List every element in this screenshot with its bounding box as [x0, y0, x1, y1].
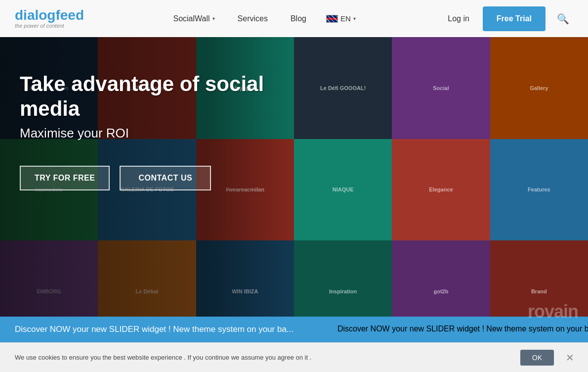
mosaic-cell: Le Défi GOOOAL! — [294, 37, 392, 139]
mosaic-cell: Social — [392, 37, 490, 139]
hero-buttons: TRY FOR FREE CONTACT US — [20, 166, 282, 190]
announcement-text: Discover NOW your new SLIDER widget ! Ne… — [0, 325, 294, 334]
hero-section: #weareacmilan #LaTuaTailoring Voyageur L… — [0, 0, 588, 372]
nav-links: SocialWall ▾ Services Blog EN ▾ — [164, 9, 361, 28]
cookie-ok-button[interactable]: OK — [520, 350, 554, 366]
try-free-button[interactable]: TRY FOR FREE — [20, 166, 110, 190]
logo-prefix: dialog — [15, 7, 55, 23]
cookie-bar: We use cookies to ensure you the best we… — [0, 342, 588, 372]
free-trial-button[interactable]: Free Trial — [483, 6, 546, 31]
nav-blog[interactable]: Blog — [282, 9, 315, 28]
partner-logos: rovain — [440, 282, 588, 341]
nav-right: Log in Free Trial 🔍 — [442, 6, 573, 31]
logo-suffix: feed — [55, 7, 84, 23]
search-icon[interactable]: 🔍 — [553, 9, 573, 29]
navbar: dialogfeed the power of content SocialWa… — [0, 0, 588, 37]
contact-us-button[interactable]: CONTACT US — [120, 166, 211, 190]
hero-title: Take advantage of social media — [20, 72, 282, 122]
socialwall-chevron-icon: ▾ — [212, 16, 215, 21]
nav-services[interactable]: Services — [229, 9, 277, 28]
language-selector[interactable]: EN ▾ — [320, 10, 362, 27]
flag-icon — [326, 15, 338, 23]
lang-chevron-icon: ▾ — [353, 16, 356, 21]
mosaic-cell: Elegance — [392, 139, 490, 241]
mosaic-cell: NIAQUE — [294, 139, 392, 241]
login-button[interactable]: Log in — [442, 10, 475, 27]
logo-text: dialogfeed — [15, 8, 84, 22]
logo[interactable]: dialogfeed the power of content — [15, 8, 84, 29]
nav-socialwall[interactable]: SocialWall ▾ — [164, 9, 223, 28]
cookie-text: We use cookies to ensure you the best we… — [15, 354, 520, 361]
partner-logo-1: rovain — [528, 301, 578, 322]
logo-tagline: the power of content — [15, 23, 84, 29]
mosaic-cell: Features — [490, 139, 588, 241]
hero-subtitle: Maximise your ROI — [20, 126, 282, 141]
cookie-close-icon[interactable]: ✕ — [562, 351, 578, 365]
mosaic-cell: Gallery — [490, 37, 588, 139]
hero-content: Take advantage of social media Maximise … — [20, 72, 282, 190]
